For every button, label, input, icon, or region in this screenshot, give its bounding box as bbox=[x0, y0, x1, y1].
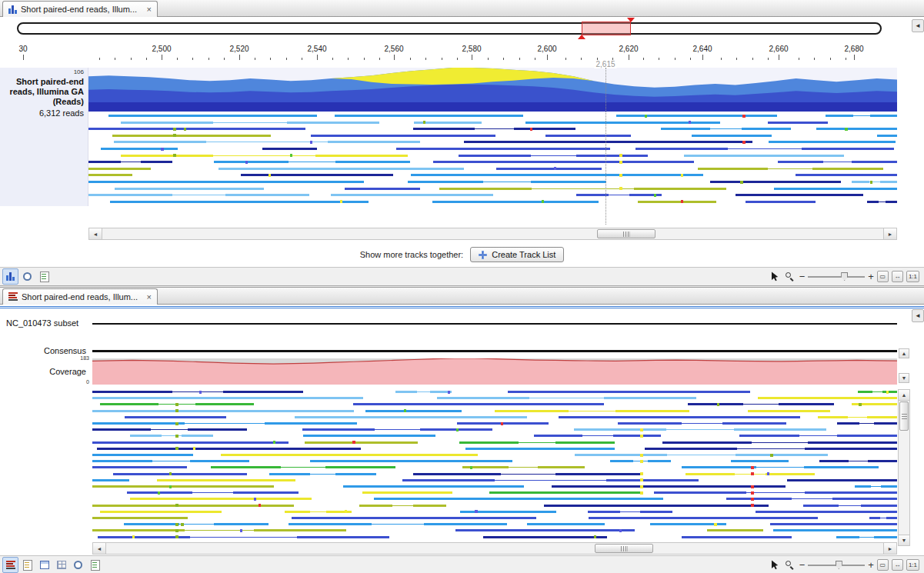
zoom-in-icon[interactable]: + bbox=[868, 272, 874, 282]
ruler-minor-tick bbox=[425, 58, 426, 60]
ruler-minor-tick bbox=[457, 58, 458, 60]
ruler-minor-tick bbox=[192, 58, 193, 60]
ruler-minor-tick bbox=[488, 58, 489, 60]
ruler-minor-tick bbox=[131, 58, 132, 60]
show-more-tracks-label: Show more tracks together: bbox=[360, 250, 464, 259]
zoom-slider-thumb[interactable] bbox=[841, 272, 848, 281]
ruler-label: 2,520 bbox=[229, 45, 249, 53]
tab-close-icon[interactable]: × bbox=[147, 5, 152, 14]
create-track-list-button[interactable]: Create Track List bbox=[470, 247, 564, 262]
zoom-controls: − + ▭ ↔ 1:1 bbox=[769, 559, 922, 571]
scroll-right-icon[interactable]: ► bbox=[883, 543, 896, 554]
pan-view-button[interactable]: ↔ bbox=[892, 271, 903, 282]
pane-scroll-up-icon[interactable]: ▲ bbox=[899, 348, 909, 358]
ruler-minor-tick bbox=[177, 58, 178, 60]
consensus-sequence-line[interactable] bbox=[92, 350, 897, 352]
view-overview-icon[interactable] bbox=[19, 268, 35, 285]
ruler-minor-tick bbox=[503, 58, 504, 60]
zoom-out-icon[interactable]: − bbox=[799, 560, 806, 570]
bottom-view-toolbar: − + ▭ ↔ 1:1 bbox=[0, 555, 924, 573]
ruler-tick bbox=[317, 55, 318, 60]
track-list-footer: Show more tracks together: Create Track … bbox=[0, 245, 924, 264]
ruler: 2,615 302,5002,5202,5402,5602,5802,6002,… bbox=[0, 43, 924, 68]
cursor-tool-icon[interactable] bbox=[769, 271, 781, 283]
scrollbar-thumb[interactable] bbox=[899, 401, 909, 431]
ruler-minor-tick bbox=[721, 58, 722, 60]
ruler-minor-tick bbox=[690, 58, 691, 60]
zoom-100-button[interactable]: 1:1 bbox=[906, 559, 919, 571]
vertical-scrollbar[interactable]: ▲ ▼ bbox=[898, 389, 910, 546]
view-report-icon[interactable] bbox=[36, 268, 52, 285]
track-view-window: Short paired-end reads, Illum... × ◄ 2,6… bbox=[0, 0, 924, 286]
track-chart-icon bbox=[6, 272, 15, 281]
ruler-minor-tick bbox=[332, 58, 333, 60]
ruler-minor-tick bbox=[410, 58, 411, 60]
view-annotation-icon[interactable] bbox=[19, 557, 35, 573]
grid-icon bbox=[57, 561, 66, 569]
view-table-icon[interactable] bbox=[36, 557, 52, 573]
zoom-slider[interactable] bbox=[808, 559, 865, 571]
magnifier-icon bbox=[785, 560, 795, 570]
fit-width-button[interactable]: ▭ bbox=[877, 271, 889, 282]
coverage-graph[interactable] bbox=[92, 358, 897, 385]
ruler-minor-tick bbox=[348, 58, 349, 60]
fit-width-button[interactable]: ▭ bbox=[877, 559, 889, 571]
create-track-list-label: Create Track List bbox=[492, 250, 555, 259]
scrollbar-thumb[interactable] bbox=[597, 229, 655, 238]
circle-icon bbox=[23, 272, 32, 281]
zoom-slider[interactable] bbox=[808, 271, 865, 282]
tab-read-mapping[interactable]: Short paired-end reads, Illum... × bbox=[2, 288, 158, 305]
coverage-max-value: 106 bbox=[4, 68, 84, 75]
pane-scroll-down-icon[interactable]: ▼ bbox=[899, 373, 909, 383]
ruler-tick bbox=[472, 55, 472, 60]
circle-icon bbox=[74, 561, 82, 569]
view-alignment-icon[interactable] bbox=[2, 557, 18, 573]
collapse-side-panel-button[interactable]: ◄ bbox=[912, 19, 924, 32]
reads-pileup[interactable] bbox=[88, 113, 897, 206]
selection-start-marker-icon[interactable] bbox=[578, 35, 585, 39]
horizontal-scrollbar[interactable]: ◄ ► bbox=[92, 542, 897, 555]
zoom-in-icon[interactable]: + bbox=[868, 560, 874, 570]
zoom-out-icon[interactable]: − bbox=[799, 272, 806, 282]
zoom-tool-icon[interactable] bbox=[784, 559, 796, 571]
selection-end-marker-icon[interactable] bbox=[627, 18, 635, 22]
tab-label: Short paired-end reads, Illum... bbox=[22, 292, 138, 301]
scroll-left-icon[interactable]: ◄ bbox=[89, 228, 102, 239]
scrollbar-thumb[interactable] bbox=[595, 544, 653, 553]
view-track-icon[interactable] bbox=[2, 268, 18, 285]
view-report-icon[interactable] bbox=[87, 557, 103, 573]
track-title-line: reads, Illumina GA bbox=[4, 87, 84, 97]
collapse-side-panel-button[interactable]: ◄ bbox=[912, 309, 924, 322]
alignment-icon bbox=[8, 292, 18, 301]
ruler-minor-tick bbox=[643, 58, 644, 60]
zoom-100-button[interactable]: 1:1 bbox=[906, 271, 919, 282]
scroll-up-icon[interactable]: ▲ bbox=[899, 390, 909, 401]
scroll-down-icon[interactable]: ▼ bbox=[899, 535, 909, 545]
zoom-slider-thumb[interactable] bbox=[836, 561, 842, 569]
view-overview-icon[interactable] bbox=[70, 557, 86, 573]
reads-pileup[interactable] bbox=[92, 389, 897, 540]
navigator-selection[interactable] bbox=[582, 22, 631, 35]
scroll-left-icon[interactable]: ◄ bbox=[93, 543, 106, 554]
coverage-max-value: 183 bbox=[0, 355, 89, 361]
application-window: Short paired-end reads, Illum... × ◄ 2,6… bbox=[0, 0, 924, 573]
ruler-tick bbox=[239, 55, 240, 60]
ruler-minor-tick bbox=[659, 58, 659, 60]
zoom-tool-icon[interactable] bbox=[784, 271, 796, 283]
ruler-label: 2,600 bbox=[537, 45, 556, 53]
read-mapping-window: Short paired-end reads, Illum... × ◄ NC_… bbox=[0, 287, 924, 573]
pan-view-button[interactable]: ↔ bbox=[892, 559, 903, 571]
reference-sequence-line[interactable] bbox=[92, 323, 897, 325]
cursor-tool-icon[interactable] bbox=[769, 559, 781, 571]
overview-navigator[interactable] bbox=[17, 22, 882, 35]
ruler-tick bbox=[394, 55, 395, 60]
ruler-label: 2,660 bbox=[769, 45, 788, 53]
coverage-graph[interactable] bbox=[88, 68, 897, 112]
ruler-minor-tick bbox=[846, 58, 846, 60]
horizontal-scrollbar[interactable]: ◄ ► bbox=[88, 228, 897, 240]
tab-close-icon[interactable]: × bbox=[147, 292, 152, 301]
tab-track-view[interactable]: Short paired-end reads, Illum... × bbox=[2, 1, 158, 17]
scroll-right-icon[interactable]: ► bbox=[883, 228, 896, 239]
ruler-minor-tick bbox=[675, 58, 675, 60]
view-grid-icon[interactable] bbox=[53, 557, 69, 573]
